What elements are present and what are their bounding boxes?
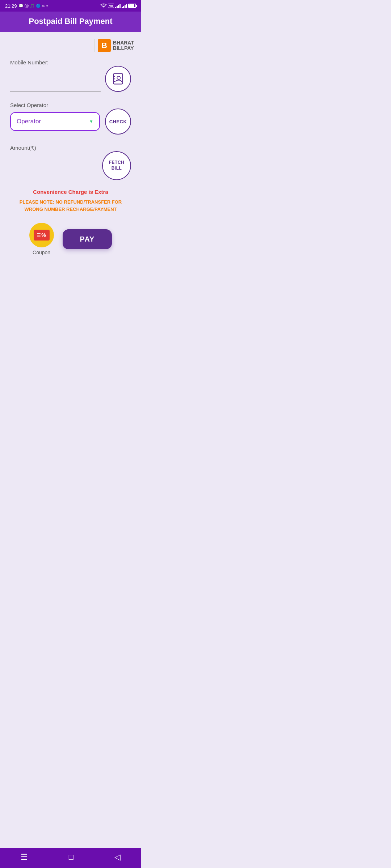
mobile-field-group: Mobile Number:	[10, 59, 131, 92]
amount-label: Amount(₹)	[10, 145, 36, 151]
mobile-input[interactable]	[10, 81, 101, 92]
amount-input[interactable]	[10, 170, 97, 180]
coupon-button[interactable]: % Coupon	[29, 223, 54, 255]
amount-field-group: Amount(₹) FETCHBILL	[10, 145, 131, 180]
fetch-bill-button[interactable]: FETCHBILL	[102, 151, 131, 180]
coupon-label: Coupon	[33, 250, 50, 255]
main-content: B BHARAT BILLPAY Mobile Number:	[0, 32, 141, 268]
wifi-icon	[100, 3, 107, 8]
battery-icon	[128, 4, 136, 8]
billpay-logo: B BHARAT BILLPAY	[7, 39, 134, 52]
action-row: % Coupon PAY	[10, 223, 131, 255]
signal-icon-2	[122, 3, 127, 8]
billpay-text: BILLPAY	[113, 46, 134, 51]
operator-field-group: Select Operator Operator ▼ CHECK	[10, 102, 131, 135]
notification-icons: 💬 Ⓑ 🎵 🔵 ∞	[18, 3, 45, 9]
operator-placeholder: Operator	[17, 118, 41, 125]
amount-input-wrap	[10, 170, 97, 180]
page-header: Postpaid Bill Payment	[0, 12, 141, 32]
bharat-text: BHARAT	[113, 40, 134, 46]
signal-icon-1	[115, 3, 121, 8]
fetch-bill-label: FETCHBILL	[109, 160, 125, 171]
time-display: 21:29	[5, 3, 17, 9]
volte-icon: Vo	[108, 4, 114, 8]
payment-form: Mobile Number:	[7, 59, 134, 255]
mobile-row	[10, 66, 131, 92]
coupon-lines	[37, 233, 41, 237]
percent-symbol: %	[41, 232, 46, 238]
status-bar: 21:29 💬 Ⓑ 🎵 🔵 ∞ • Vo	[0, 0, 141, 12]
operator-label: Select Operator	[10, 102, 48, 108]
logo-container: B BHARAT BILLPAY	[94, 39, 134, 52]
coupon-inner: %	[34, 230, 50, 241]
dropdown-arrow-icon: ▼	[89, 119, 93, 124]
page-title: Postpaid Bill Payment	[6, 17, 135, 26]
contacts-button[interactable]	[105, 66, 131, 92]
check-button[interactable]: CHECK	[105, 109, 131, 135]
convenience-notice: Convenience Charge is Extra	[10, 189, 131, 195]
coupon-icon-circle: %	[29, 223, 54, 247]
status-dot: •	[46, 3, 48, 9]
amount-row: FETCHBILL	[10, 151, 131, 180]
mobile-label: Mobile Number:	[10, 59, 49, 65]
operator-select[interactable]: Operator ▼	[10, 112, 100, 131]
contacts-icon	[112, 72, 125, 85]
status-time: 21:29 💬 Ⓑ 🎵 🔵 ∞ •	[5, 3, 48, 9]
mobile-input-wrap	[10, 81, 101, 92]
status-icons: Vo	[100, 3, 136, 8]
svg-point-4	[117, 76, 120, 80]
pay-button[interactable]: PAY	[63, 229, 112, 249]
check-label: CHECK	[109, 119, 127, 124]
operator-row: Operator ▼ CHECK	[10, 109, 131, 135]
logo-text: BHARAT BILLPAY	[113, 40, 134, 51]
refund-notice: PLEASE NOTE: NO REFUND/TRANSFER FOR WRON…	[10, 199, 131, 213]
logo-b-icon: B	[98, 39, 111, 52]
